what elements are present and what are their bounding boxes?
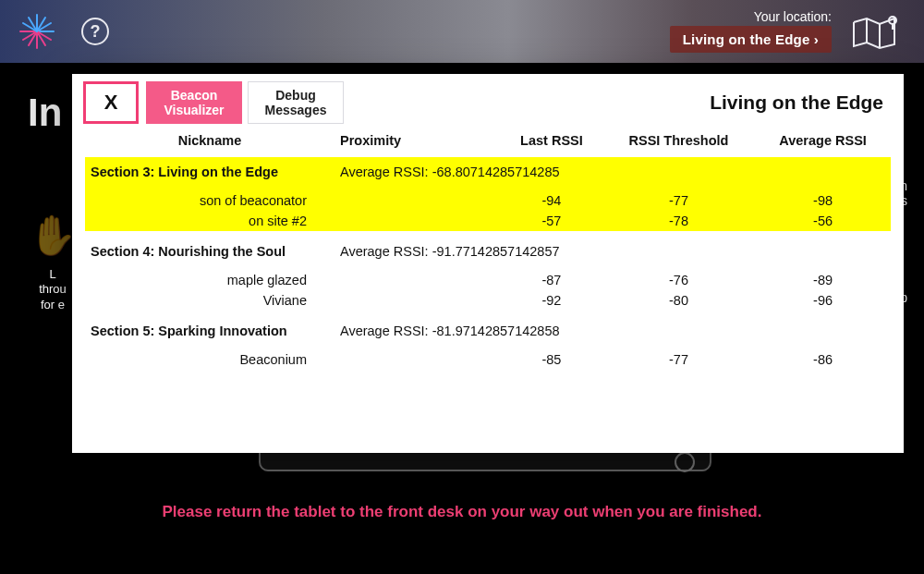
modal-header: X Beacon Visualizer Debug Messages Livin… <box>72 74 904 124</box>
table-row: Viviane-92-80-96 <box>85 290 891 311</box>
section-avg-rssi: Average RSSI: -68.80714285714285 <box>334 157 891 185</box>
cell-rssi-threshold: -77 <box>602 349 755 370</box>
section-header-row: Section 3: Living on the EdgeAverage RSS… <box>85 157 891 185</box>
beacon-table-wrap: Nickname Proximity Last RSSI RSSI Thresh… <box>72 124 904 370</box>
col-proximity: Proximity <box>334 126 501 157</box>
modal-title: Living on the Edge <box>710 92 883 114</box>
cell-nickname: on site #2 <box>85 211 334 231</box>
section-header-row: Section 4: Nourishing the SoulAverage RS… <box>85 231 891 264</box>
table-header-row: Nickname Proximity Last RSSI RSSI Thresh… <box>85 126 891 157</box>
table-row: maple glazed-87-76-89 <box>85 270 891 290</box>
cell-last-rssi: -94 <box>501 190 602 211</box>
tab-beacon-visualizer[interactable]: Beacon Visualizer <box>146 81 242 124</box>
cell-last-rssi: -92 <box>501 290 602 311</box>
cell-proximity <box>334 270 501 290</box>
tab-debug-messages[interactable]: Debug Messages <box>248 81 344 124</box>
section-header-row: Section 5: Sparking InnovationAverage RS… <box>85 311 891 344</box>
app-logo-icon[interactable] <box>17 11 57 52</box>
cell-nickname: Beaconium <box>85 349 334 370</box>
map-icon[interactable] <box>850 13 902 54</box>
beacon-table: Nickname Proximity Last RSSI RSSI Thresh… <box>85 126 891 370</box>
location-label: Your location: <box>670 9 832 24</box>
cell-last-rssi: -87 <box>501 270 602 290</box>
col-last-rssi: Last RSSI <box>501 126 602 157</box>
col-nickname: Nickname <box>85 126 334 157</box>
section-title: Section 4: Nourishing the Soul <box>85 231 334 264</box>
help-icon[interactable]: ? <box>81 18 109 45</box>
cell-proximity <box>334 211 501 231</box>
section-title: Section 5: Sparking Innovation <box>85 311 334 344</box>
cell-avg-rssi: -98 <box>755 190 891 211</box>
cell-rssi-threshold: -77 <box>602 190 755 211</box>
location-block: Your location: Living on the Edge › <box>670 9 832 53</box>
cell-proximity <box>334 349 501 370</box>
cell-proximity <box>334 190 501 211</box>
cell-nickname: Viviane <box>85 290 334 311</box>
cell-last-rssi: -57 <box>501 211 602 231</box>
table-row: son of beaconator-94-77-98 <box>85 190 891 211</box>
cell-rssi-threshold: -78 <box>602 211 755 231</box>
cell-proximity <box>334 290 501 311</box>
beacon-visualizer-modal: X Beacon Visualizer Debug Messages Livin… <box>72 74 904 453</box>
location-pill[interactable]: Living on the Edge › <box>670 26 832 53</box>
page-title-fragment: In <box>28 91 62 135</box>
close-button[interactable]: X <box>83 81 139 124</box>
cell-rssi-threshold: -76 <box>602 270 755 290</box>
col-rssi-threshold: RSSI Threshold <box>602 126 755 157</box>
app-header: ? Your location: Living on the Edge › <box>0 0 924 63</box>
cell-avg-rssi: -89 <box>755 270 891 290</box>
table-row: Beaconium-85-77-86 <box>85 349 891 370</box>
section-title: Section 3: Living on the Edge <box>85 157 334 185</box>
section-avg-rssi: Average RSSI: -91.77142857142857 <box>334 231 891 264</box>
col-avg-rssi: Average RSSI <box>755 126 891 157</box>
cell-avg-rssi: -56 <box>755 211 891 231</box>
cell-rssi-threshold: -80 <box>602 290 755 311</box>
cell-nickname: maple glazed <box>85 270 334 290</box>
section-avg-rssi: Average RSSI: -81.97142857142858 <box>334 311 891 344</box>
table-row: on site #2-57-78-56 <box>85 211 891 231</box>
cell-last-rssi: -85 <box>501 349 602 370</box>
cell-avg-rssi: -86 <box>755 349 891 370</box>
footer-message: Please return the tablet to the front de… <box>0 503 924 521</box>
cell-avg-rssi: -96 <box>755 290 891 311</box>
cell-nickname: son of beaconator <box>85 190 334 211</box>
